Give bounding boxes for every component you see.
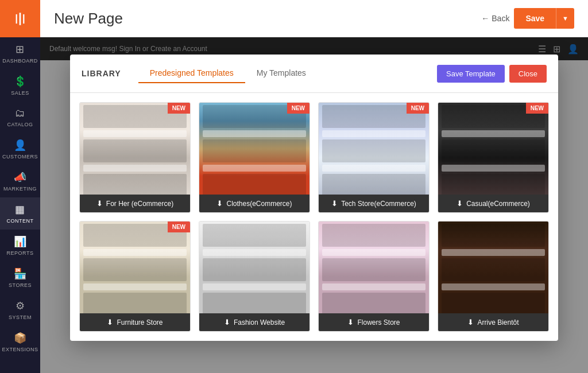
sidebar-item-label: Stores [9,282,32,288]
new-badge: NEW [168,222,190,232]
template-name: Furniture Store [117,318,163,327]
tab-my-templates[interactable]: My Templates [245,64,318,83]
download-icon: ⬇ [457,199,463,208]
template-name: Flowers Store [357,318,400,327]
sidebar-item-extensions[interactable]: 📦 Extensions [0,326,40,358]
page-header: New Page ← Back Save ▼ [40,0,588,37]
template-thumbnail: NEW [438,103,548,195]
template-thumbnail: NEW [80,103,190,195]
sidebar-item-sales[interactable]: 💲 Sales [0,69,40,102]
template-label: ⬇Tech Store(eCommerce) [319,195,429,212]
download-icon: ⬇ [216,199,223,208]
sidebar-item-label: Marketing [3,186,37,192]
sidebar-item-content[interactable]: ▦ Content [0,197,40,230]
template-label: ⬇Flowers Store [319,313,429,331]
template-label: ⬇Arrive Bientôt [438,313,548,331]
download-icon: ⬇ [224,318,230,327]
new-badge: NEW [526,103,548,114]
modal-tabs: Predesigned Templates My Templates [138,64,425,83]
template-card[interactable]: ⬇Flowers Store [318,221,430,332]
sidebar-item-label: Customers [2,154,38,160]
extensions-icon: 📦 [14,332,27,344]
template-thumbnail [438,222,548,313]
modal-header: LIBRARY Predesigned Templates My Templat… [70,55,558,93]
sidebar-item-label: Extensions [2,347,38,352]
template-name: For Her (eCommerce) [106,200,173,208]
template-card[interactable]: NEW⬇Furniture Store [79,221,191,332]
header-actions: ← Back Save ▼ [481,8,574,29]
system-icon: ⚙ [16,300,25,312]
template-card[interactable]: ⬇Arrive Bientôt [438,221,549,332]
template-grid: NEW⬇For Her (eCommerce)NEW⬇Clothes(eComm… [70,93,558,341]
sidebar-item-catalog[interactable]: 🗂 Catalog [0,102,40,133]
template-label: ⬇Clothes(eCommerce) [199,195,310,212]
sidebar: ⊞ Dashboard 💲 Sales 🗂 Catalog 👤 Customer… [0,0,40,373]
save-button-group: Save ▼ [514,8,574,29]
save-template-button[interactable]: Save Template [437,65,505,83]
magento-logo [0,0,40,37]
new-badge: NEW [168,103,190,114]
template-card[interactable]: NEW⬇Casual(eCommerce) [438,102,549,213]
template-thumbnail: NEW [199,103,310,195]
modal-overlay: LIBRARY Predesigned Templates My Templat… [40,37,588,373]
template-card[interactable]: ⬇Fashion Website [199,221,310,332]
template-thumbnail: NEW [319,103,429,195]
template-label: ⬇Casual(eCommerce) [438,195,548,212]
modal-header-actions: Save Template Close [437,65,547,83]
close-button[interactable]: Close [509,65,547,83]
template-label: ⬇For Her (eCommerce) [80,195,190,212]
sidebar-item-label: Dashboard [2,58,38,64]
template-name: Arrive Bientôt [477,318,519,327]
template-thumbnail [199,222,310,313]
back-arrow-icon: ← [481,14,489,23]
sidebar-item-label: Reports [7,250,34,256]
sidebar-item-label: System [9,314,32,320]
template-thumbnail: NEW [80,222,190,313]
template-thumbnail [319,222,429,313]
download-icon: ⬇ [467,318,474,327]
tab-my-templates-label: My Templates [257,68,306,77]
main-area: New Page ← Back Save ▼ Default welcome m… [40,0,588,373]
download-icon: ⬇ [347,318,354,327]
sidebar-item-label: Sales [11,90,29,96]
reports-icon: 📊 [14,235,27,248]
sidebar-item-customers[interactable]: 👤 Customers [0,133,40,165]
sidebar-item-marketing[interactable]: 📣 Marketing [0,165,40,197]
template-card[interactable]: NEW⬇For Her (eCommerce) [79,102,191,213]
tab-predesigned-label: Predesigned Templates [150,68,234,77]
save-dropdown-button[interactable]: ▼ [556,8,574,29]
new-badge: NEW [287,103,310,114]
new-badge: NEW [407,103,429,114]
template-name: Casual(eCommerce) [466,200,530,208]
page-title: New Page [54,10,123,28]
customers-icon: 👤 [14,139,27,151]
sidebar-item-label: Catalog [7,122,33,127]
template-name: Tech Store(eCommerce) [341,200,416,208]
sidebar-item-stores[interactable]: 🏪 Stores [0,262,40,294]
sidebar-item-system[interactable]: ⚙ System [0,294,40,326]
sidebar-item-dashboard[interactable]: ⊞ Dashboard [0,37,40,69]
save-button[interactable]: Save [514,8,556,29]
sales-icon: 💲 [14,75,27,88]
dashboard-icon: ⊞ [16,43,25,56]
back-label: Back [492,14,509,23]
template-label: ⬇Furniture Store [80,313,190,331]
template-name: Clothes(eCommerce) [226,200,292,208]
back-button[interactable]: ← Back [481,14,509,23]
tab-predesigned[interactable]: Predesigned Templates [138,64,245,83]
stores-icon: 🏪 [14,267,27,280]
template-card[interactable]: NEW⬇Clothes(eCommerce) [199,102,310,213]
content-icon: ▦ [15,203,25,216]
download-icon: ⬇ [331,199,338,208]
chevron-down-icon: ▼ [562,15,568,22]
template-card[interactable]: NEW⬇Tech Store(eCommerce) [318,102,430,213]
template-label: ⬇Fashion Website [199,313,310,331]
library-label: LIBRARY [82,69,121,78]
catalog-icon: 🗂 [15,107,26,119]
library-modal: LIBRARY Predesigned Templates My Templat… [70,55,558,341]
download-icon: ⬇ [107,318,113,327]
content-area: Default welcome msg! Sign In or Create a… [40,37,588,373]
sidebar-item-label: Content [7,218,34,224]
sidebar-item-reports[interactable]: 📊 Reports [0,230,40,262]
marketing-icon: 📣 [14,171,27,184]
